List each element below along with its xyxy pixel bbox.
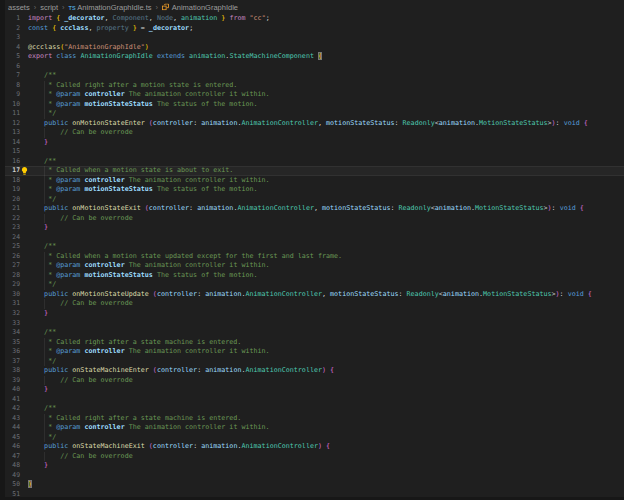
code-line[interactable]: 44 * @param controller The animation con… bbox=[0, 423, 624, 433]
code-line[interactable]: 26 * Called when a motion state updated … bbox=[0, 252, 624, 262]
code-line[interactable]: 43 * Called right after a state machine … bbox=[0, 414, 624, 424]
line-number[interactable]: 9 bbox=[5, 90, 20, 100]
line-number[interactable]: 28 bbox=[5, 271, 20, 281]
breadcrumb-item-script[interactable]: script bbox=[40, 3, 58, 12]
line-number[interactable]: 21 bbox=[5, 204, 20, 214]
line-number[interactable]: 2 bbox=[5, 24, 20, 34]
code-line[interactable]: 41 bbox=[0, 395, 624, 405]
line-number[interactable]: 12 bbox=[5, 119, 20, 129]
line-number[interactable]: 1 bbox=[5, 14, 20, 24]
code-line[interactable]: 49 bbox=[0, 471, 624, 481]
code-line[interactable]: 8 * Called right after a motion state is… bbox=[0, 81, 624, 91]
code-line[interactable]: 33 bbox=[0, 319, 624, 329]
line-number[interactable]: 20 bbox=[5, 195, 20, 205]
line-number[interactable]: 26 bbox=[5, 252, 20, 262]
line-number[interactable]: 42 bbox=[5, 404, 20, 414]
code-line[interactable]: 19 * @param motionStateStatus The status… bbox=[0, 185, 624, 195]
line-number[interactable]: 46 bbox=[5, 442, 20, 452]
line-number[interactable]: 17 bbox=[5, 166, 20, 176]
code-line[interactable]: 32 } bbox=[0, 309, 624, 319]
code-line[interactable]: 10 * @param motionStateStatus The status… bbox=[0, 100, 624, 110]
code-line[interactable]: 37 */ bbox=[0, 357, 624, 367]
breadcrumb-item-symbol[interactable]: AnimationGraphIdle bbox=[162, 3, 238, 12]
code-line[interactable]: 6 bbox=[0, 62, 624, 72]
code-line[interactable]: 12 public onMotionStateEnter (controller… bbox=[0, 119, 624, 129]
code-line[interactable]: 21 public onMotionStateExit (controller:… bbox=[0, 204, 624, 214]
line-number[interactable]: 33 bbox=[5, 319, 20, 329]
line-number[interactable]: 6 bbox=[5, 62, 20, 72]
code-editor[interactable]: 1import { _decorator, Component, Node, a… bbox=[0, 14, 624, 499]
code-line[interactable]: 18 * @param controller The animation con… bbox=[0, 176, 624, 186]
line-number[interactable]: 36 bbox=[5, 347, 20, 357]
line-number[interactable]: 44 bbox=[5, 423, 20, 433]
line-number[interactable]: 4 bbox=[5, 43, 20, 53]
code-line[interactable]: 13 // Can be overrode bbox=[0, 128, 624, 138]
line-number[interactable]: 3 bbox=[5, 33, 20, 43]
line-number[interactable]: 11 bbox=[5, 109, 20, 119]
code-line[interactable]: 39 // Can be overrode bbox=[0, 376, 624, 386]
line-number[interactable]: 40 bbox=[5, 385, 20, 395]
code-line[interactable]: 1import { _decorator, Component, Node, a… bbox=[0, 14, 624, 24]
line-number[interactable]: 14 bbox=[5, 138, 20, 148]
code-line[interactable]: 4@ccclass("AnimationGraphIdle") bbox=[0, 43, 624, 53]
line-number[interactable]: 27 bbox=[5, 261, 20, 271]
code-line[interactable]: 29 */ bbox=[0, 280, 624, 290]
line-number[interactable]: 25 bbox=[5, 242, 20, 252]
line-number[interactable]: 48 bbox=[5, 461, 20, 471]
code-line[interactable]: 22 // Can be overrode bbox=[0, 214, 624, 224]
line-number[interactable]: 22 bbox=[5, 214, 20, 224]
line-number[interactable]: 16 bbox=[5, 157, 20, 167]
code-line[interactable]: 31 // Can be overrode bbox=[0, 299, 624, 309]
code-line[interactable]: 5export class AnimationGraphIdle extends… bbox=[0, 52, 624, 62]
line-number[interactable]: 7 bbox=[5, 71, 20, 81]
line-number[interactable]: 5 bbox=[5, 52, 20, 62]
line-number[interactable]: 49 bbox=[5, 471, 20, 481]
code-line[interactable]: 45 */ bbox=[0, 433, 624, 443]
code-line[interactable]: 15 bbox=[0, 147, 624, 157]
lightbulb-icon[interactable] bbox=[21, 167, 28, 175]
line-number[interactable]: 32 bbox=[5, 309, 20, 319]
line-number[interactable]: 37 bbox=[5, 357, 20, 367]
breadcrumb-item-file[interactable]: TS AnimationGraphIdle.ts bbox=[69, 3, 152, 12]
line-number[interactable]: 23 bbox=[5, 223, 20, 233]
line-number[interactable]: 34 bbox=[5, 328, 20, 338]
code-line[interactable]: 48 } bbox=[0, 461, 624, 471]
line-number[interactable]: 31 bbox=[5, 299, 20, 309]
code-line[interactable]: 17 * Called when a motion state is about… bbox=[0, 166, 624, 176]
code-line[interactable]: 2const { ccclass, property } = _decorato… bbox=[0, 24, 624, 34]
code-line[interactable]: 46 public onStateMachineExit (controller… bbox=[0, 442, 624, 452]
code-line[interactable]: 14 } bbox=[0, 138, 624, 148]
line-number[interactable]: 47 bbox=[5, 452, 20, 462]
line-number[interactable]: 45 bbox=[5, 433, 20, 443]
code-line[interactable]: 9 * @param controller The animation cont… bbox=[0, 90, 624, 100]
code-line[interactable]: 25 /** bbox=[0, 242, 624, 252]
line-number[interactable]: 8 bbox=[5, 81, 20, 91]
code-line[interactable]: 11 */ bbox=[0, 109, 624, 119]
line-number[interactable]: 30 bbox=[5, 290, 20, 300]
line-number[interactable]: 50 bbox=[5, 480, 20, 490]
code-line[interactable]: 20 */ bbox=[0, 195, 624, 205]
code-line[interactable]: 36 * @param controller The animation con… bbox=[0, 347, 624, 357]
line-number[interactable]: 10 bbox=[5, 100, 20, 110]
code-line[interactable]: 24 bbox=[0, 233, 624, 243]
line-number[interactable]: 13 bbox=[5, 128, 20, 138]
code-line[interactable]: 30 public onMotionStateUpdate (controlle… bbox=[0, 290, 624, 300]
line-number[interactable]: 29 bbox=[5, 280, 20, 290]
line-number[interactable]: 39 bbox=[5, 376, 20, 386]
line-number[interactable]: 15 bbox=[5, 147, 20, 157]
line-number[interactable]: 24 bbox=[5, 233, 20, 243]
code-line[interactable]: 40 } bbox=[0, 385, 624, 395]
line-number[interactable]: 43 bbox=[5, 414, 20, 424]
line-number[interactable]: 18 bbox=[5, 176, 20, 186]
code-line[interactable]: 3 bbox=[0, 33, 624, 43]
code-line[interactable]: 16 /** bbox=[0, 157, 624, 167]
code-line[interactable]: 47 // Can be overrode bbox=[0, 452, 624, 462]
code-line[interactable]: 34 /** bbox=[0, 328, 624, 338]
code-line[interactable]: 7 /** bbox=[0, 71, 624, 81]
line-number[interactable]: 38 bbox=[5, 366, 20, 376]
code-line[interactable]: 38 public onStateMachineEnter (controlle… bbox=[0, 366, 624, 376]
breadcrumb-item-assets[interactable]: assets bbox=[8, 3, 30, 12]
code-line[interactable]: 42 /** bbox=[0, 404, 624, 414]
code-line[interactable]: 50} bbox=[0, 480, 624, 490]
line-number[interactable]: 19 bbox=[5, 185, 20, 195]
